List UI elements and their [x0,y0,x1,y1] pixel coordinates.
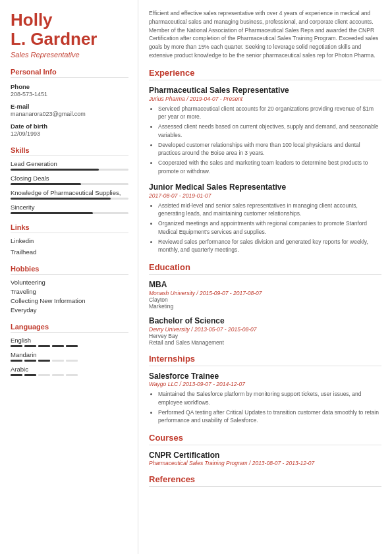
skill-item: Knowledge of Pharmaceutical Supplies, [11,189,128,200]
intern-meta: Waygo LLC / 2013-09-07 - 2014-12-07 [149,381,381,387]
lang-dot [11,345,22,347]
field-value: mananarorа023@gmail.com [11,111,128,117]
job-meta: Jurius Pharma / 2019-04-07 - Present [149,96,381,102]
lang-dot [66,360,78,362]
skills-list: Lead Generation Closing Deals Knowledge … [11,160,128,214]
lang-dot [52,374,64,376]
lang-dot [66,345,78,347]
right-column: Efficient and effective sales representa… [138,0,392,554]
bullet-item: Assessed client needs based on current o… [158,123,381,140]
language-item: English [11,337,128,347]
edu-meta: Devry University / 2013-05-07 - 2015-08-… [149,326,381,333]
lang-dots [11,360,128,362]
skill-bar-bg [11,198,128,200]
field-value: 208-573-1451 [11,91,128,97]
name-block: Holly L. Gardner Sales Representative [11,11,128,59]
jobs-list: Pharmaceutical Sales Representative Juri… [149,86,381,255]
skill-bar-bg [11,212,128,214]
skills-heading: Skills [11,146,128,156]
experience-heading: Experience [149,68,381,80]
education-heading: Education [149,262,381,275]
lang-dot [24,374,36,376]
personal-field: Date of birth12/09/1993 [11,123,128,137]
education-list: MBA Monash University / 2015-09-07 - 201… [149,280,381,346]
courses-heading: Courses [149,433,381,445]
personal-field: E-mailmananarorа023@gmail.com [11,103,128,117]
lang-name: English [11,337,128,344]
bullet-item: Cooperated with the sales and marketing … [158,159,381,176]
bullet-item: Reviewed sales performance for sales div… [158,238,381,255]
bullet-item: Maintained the Salesforce platform by mo… [158,390,381,407]
lang-dot [52,360,64,362]
hobby-item: Volunteering [11,279,128,286]
last-name: L. Gardner [11,30,128,49]
course-title: CNPR Certification [149,451,381,460]
skill-bar-bg [11,183,128,185]
lang-dot [11,374,22,376]
lang-dot [11,360,22,362]
summary-text: Efficient and effective sales representa… [149,9,381,60]
edu-field: Marketing [149,303,381,310]
personal-info-heading: Personal Info [11,68,128,78]
hobby-item: Traveling [11,288,128,295]
internship-entry: Salesforce Trainee Waygo LLC / 2013-09-0… [149,372,381,425]
hobby-item: Collecting New Information [11,297,128,304]
skill-item: Closing Deals [11,175,128,185]
hobby-item: Everyday [11,306,128,314]
bullet-item: Developed customer relationships with mo… [158,141,381,158]
link-item[interactable]: Linkedin [11,237,128,244]
links-list: LinkedinTrailhead [11,237,128,256]
internships-heading: Internships [149,354,381,366]
lang-dots [11,374,128,376]
skill-name: Lead Generation [11,160,128,167]
personal-field: Phone208-573-1451 [11,83,128,97]
lang-dot [66,374,78,376]
lang-dots [11,345,128,347]
edu-location: Clayton [149,296,381,303]
lang-dot [24,360,36,362]
skill-bar-fill [11,183,81,185]
first-name: Holly [11,11,128,30]
skill-item: Sincerity [11,204,128,214]
job-title-label: Sales Representative [11,51,128,59]
left-column: Holly L. Gardner Sales Representative Pe… [0,0,138,554]
language-item: Arabic [11,366,128,376]
job-meta: 2017-08-07 - 2019-01-07 [149,192,381,199]
edu-field: Retail and Sales Management [149,339,381,346]
links-heading: Links [11,223,128,233]
skill-bar-bg [11,169,128,171]
field-label: Date of birth [11,123,128,130]
lang-name: Mandarin [11,351,128,358]
skill-name: Closing Deals [11,175,128,182]
link-item[interactable]: Trailhead [11,248,128,256]
language-item: Mandarin [11,351,128,362]
lang-dot [38,360,50,362]
skill-name: Sincerity [11,204,128,211]
bullet-item: Assisted mid-level and senior sales repr… [158,202,381,219]
skill-bar-fill [11,169,99,171]
skill-item: Lead Generation [11,160,128,171]
skill-bar-fill [11,198,111,200]
intern-title: Salesforce Trainee [149,372,381,381]
job-title: Pharmaceutical Sales Representative [149,86,381,95]
references-heading: References [149,474,381,487]
course-entry: CNPR Certification Pharmaceutical Sales … [149,451,381,466]
lang-dot [38,374,50,376]
bullet-list: Maintained the Salesforce platform by mo… [149,390,381,425]
skill-bar-fill [11,212,93,214]
internships-list: Salesforce Trainee Waygo LLC / 2013-09-0… [149,372,381,425]
bullet-list: Assisted mid-level and senior sales repr… [149,202,381,255]
hobbies-list: VolunteeringTravelingCollecting New Info… [11,279,128,314]
lang-name: Arabic [11,366,128,373]
courses-list: CNPR Certification Pharmaceutical Sales … [149,451,381,466]
bullet-item: Performed QA testing after Critical Upda… [158,408,381,426]
job-title: Junior Medical Sales Representative [149,182,381,192]
edu-meta: Monash University / 2015-09-07 - 2017-08… [149,290,381,296]
personal-info-fields: Phone208-573-1451E-mailmananarorа023@gma… [11,83,128,137]
lang-dot [38,345,50,347]
edu-degree: Bachelor of Science [149,316,381,325]
lang-dot [52,345,64,347]
field-label: E-mail [11,103,128,110]
job-entry: Junior Medical Sales Representative 2017… [149,182,381,255]
bullet-list: Serviced pharmaceutical client accounts … [149,105,381,176]
